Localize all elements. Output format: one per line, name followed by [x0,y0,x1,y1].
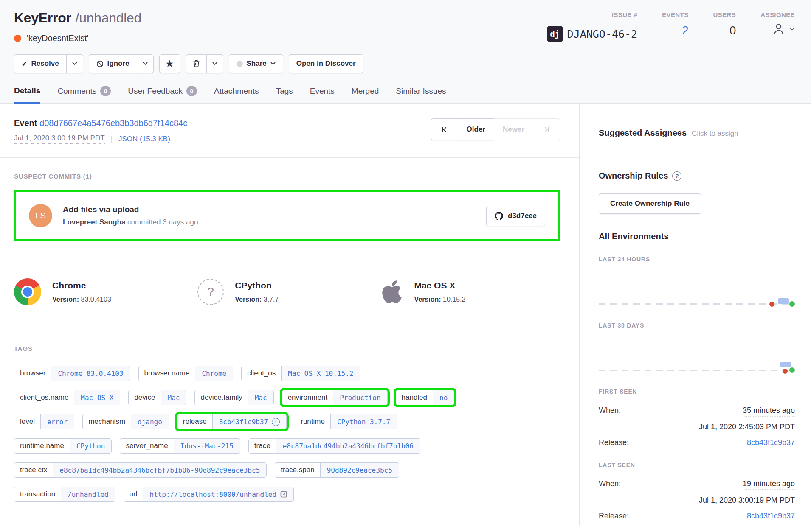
tag-value[interactable]: e8c87ba1dc494bb2a4346bcfbf7b1b06 [276,439,420,453]
tag-value[interactable]: Mac OS X 10.15.2 [282,366,360,381]
tag-value[interactable]: Chrome [195,366,233,381]
when-label: When: [599,406,621,415]
info-icon[interactable]: i [272,418,280,426]
chevron-down-icon [143,62,148,65]
tag-value[interactable]: Chrome 83.0.4103 [51,366,130,381]
tab-label: Merged [352,87,379,96]
star-icon: ★ [166,59,174,68]
users-label: USERS [713,11,736,18]
tag-client-os-name: client_os.nameMac OS X [14,390,120,405]
tag-rows: browserChrome 83.0.4103 browser.nameChro… [14,366,565,502]
event-id-link[interactable]: d08d7667e4a5476eb3b3db6d7f14c84c [39,118,187,128]
tab-similar-issues[interactable]: Similar Issues [396,86,446,103]
tag-key: trace.span [275,463,320,477]
tag-value[interactable]: 8cb43f1c9b37i [213,414,287,429]
release-marker-green [789,301,795,307]
apple-icon [381,279,403,305]
delete-dropdown-button[interactable] [206,54,223,73]
help-question-icon[interactable]: ? [672,171,681,181]
last-seen-block: When: 19 minutes ago Jul 1, 2020 3:00:19… [599,479,795,521]
event-json-link[interactable]: JSON (15.3 KB) [118,135,170,143]
first-seen-release-link[interactable]: 8cb43f1c9b37 [747,438,795,447]
suspect-commits-section: SUSPECT COMMITS (1) LS Add files via upl… [0,158,579,258]
share-label: Share [247,59,267,68]
tab-attachments[interactable]: Attachments [214,86,259,103]
context-version: Version: 83.0.4103 [52,296,111,303]
tag-value[interactable]: Production [333,390,387,405]
events-count[interactable]: 2 [682,24,689,37]
tag-value[interactable]: 90d892c9eace3bc5 [321,463,399,477]
older-event-button[interactable]: Older [458,118,494,140]
share-button[interactable]: Share [229,54,283,73]
issue-message: 'keyDoesntExist' [14,34,141,43]
tag-key: environment [282,390,334,405]
tag-value[interactable]: CPython [70,439,111,453]
external-link-icon[interactable] [280,491,287,498]
tag-row: trace.ctxe8c87ba1dc494bb2a4346bcfbf7b1b0… [14,462,565,478]
click-to-assign-hint: Click to assign [692,129,738,138]
tag-value[interactable]: no [433,390,454,405]
tab-label: Details [14,86,40,95]
oldest-event-button[interactable] [431,118,458,140]
tab-label: Similar Issues [396,87,446,96]
tab-tags[interactable]: Tags [276,86,293,103]
tab-comments[interactable]: Comments0 [57,86,111,103]
tag-value[interactable]: Mac [248,390,273,405]
chevron-down-icon [789,27,795,31]
tag-environment: environmentProduction [282,390,388,405]
context-name: Chrome [52,280,111,291]
tab-merged[interactable]: Merged [352,86,379,103]
create-ownership-rule-button[interactable]: Create Ownership Rule [599,193,701,214]
tag-value[interactable]: error [41,414,74,429]
bookmark-star-button[interactable]: ★ [159,54,180,73]
issue-header: KeyError/unhandled 'keyDoesntExist' ISSU… [0,0,811,104]
newest-event-button[interactable] [533,118,560,140]
release-marker-green [789,367,795,373]
tab-details[interactable]: Details [14,86,40,104]
resolve-dropdown-button[interactable] [66,54,83,73]
tag-trace-ctx: trace.ctxe8c87ba1dc494bb2a4346bcfbf7b1b0… [14,462,267,478]
tag-value[interactable]: django [131,414,169,429]
django-project-icon: dj [547,26,563,42]
commit-title: Add files via upload [63,205,486,214]
tag-key: trace [249,439,276,453]
last-24-hours-sparkline[interactable] [599,299,795,308]
stat-events: EVENTS 2 [662,11,688,43]
last-30-days-sparkline[interactable] [599,365,795,375]
tag-value[interactable]: http://localhost:8000/unhandled [143,487,293,501]
tab-label: Events [310,87,335,96]
assignee-selector[interactable] [772,22,795,36]
context-browser: Chrome Version: 83.0.4103 [14,278,197,305]
issue-number-value[interactable]: dj DJANGO-46-2 [547,26,638,42]
ignore-dropdown-button[interactable] [137,54,154,73]
tag-runtime: runtimeCPython 3.7.7 [295,414,397,429]
commit-info: Add files via upload Lovepreet Sangha co… [63,205,486,227]
tag-value[interactable]: e8c87ba1dc494bb2a4346bcfbf7b1b06-90d892c… [53,463,266,477]
delete-button[interactable] [186,54,207,73]
context-name: Mac OS X [414,280,465,291]
newer-event-button[interactable]: Newer [494,118,533,140]
commit-sha-button[interactable]: d3d7cee [486,206,545,226]
tag-key: level [14,414,41,429]
tab-user-feedback[interactable]: User Feedback0 [128,86,197,103]
tag-value[interactable]: CPython 3.7.7 [331,414,397,429]
resolve-button[interactable]: ✔ Resolve [14,54,67,73]
commit-author: Lovepreet Sangha [63,218,125,226]
check-icon: ✔ [22,60,27,68]
tag-url: urlhttp://localhost:8000/unhandled [124,487,294,502]
tag-key: runtime.name [14,439,70,453]
tag-row: runtime.nameCPython server_nameIdos-iMac… [14,438,565,454]
last-seen-release-link[interactable]: 8cb43f1c9b37 [747,512,795,521]
tag-trace: tracee8c87ba1dc494bb2a4346bcfbf7b1b06 [248,438,420,454]
tag-key: browser.name [139,366,196,381]
tag-value[interactable]: Mac OS X [74,390,120,405]
tag-value[interactable]: /unhandled [61,487,115,501]
assignee-label: ASSIGNEE [760,11,795,18]
last-24-hours-label: LAST 24 HOURS [599,256,795,263]
tag-value[interactable]: Mac [161,390,186,405]
tab-events[interactable]: Events [310,86,335,103]
users-count[interactable]: 0 [729,24,736,37]
ignore-button[interactable]: Ignore [89,54,137,73]
tag-value[interactable]: Idos-iMac-215 [174,439,240,453]
open-in-discover-button[interactable]: Open in Discover [289,54,363,73]
